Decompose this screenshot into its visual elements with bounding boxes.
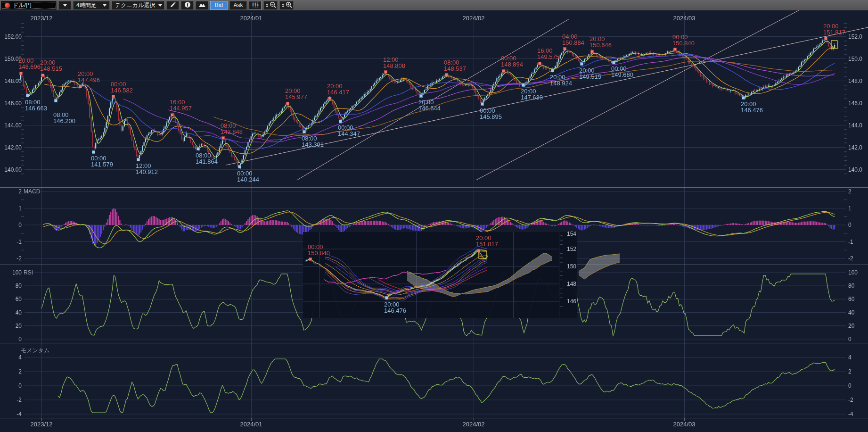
currency-pair-selector[interactable]: ドル/円 [1, 1, 57, 10]
technical-label: テクニカル選択 [115, 1, 155, 9]
draw-tool-button[interactable] [166, 1, 179, 10]
pair-dropdown-button[interactable] [58, 1, 71, 10]
chart-canvas[interactable] [0, 0, 868, 432]
candlestick-type-button[interactable] [249, 1, 262, 10]
technical-selector[interactable]: テクニカル選択 [112, 1, 164, 10]
fx-chart-app: ドル/円 4時間足 テクニカル選択 Bid Ask ↕ ↕ [0, 0, 868, 432]
chevron-down-icon [63, 4, 67, 7]
chart-style-button[interactable] [196, 1, 208, 10]
pencil-icon [170, 1, 176, 9]
zoom-in-button[interactable]: ↕ [279, 1, 294, 10]
zoom-out-button[interactable]: ↕ [263, 1, 278, 10]
currency-pair-label: ドル/円 [13, 1, 32, 9]
bid-button[interactable]: Bid [210, 1, 228, 10]
chevron-down-icon [103, 4, 106, 7]
candlestick-icon [252, 1, 259, 9]
zoom-in-icon [286, 1, 292, 9]
zoom-out-icon [270, 1, 276, 9]
updown-arrow-icon: ↕ [265, 3, 269, 8]
chevron-down-icon [158, 4, 162, 7]
info-button[interactable] [181, 1, 194, 10]
timeframe-selector[interactable]: 4時間足 [73, 1, 110, 10]
info-icon [184, 1, 191, 9]
updown-arrow-icon: ↕ [281, 3, 285, 8]
timeframe-label: 4時間足 [76, 1, 97, 9]
toolbar: ドル/円 4時間足 テクニカル選択 Bid Ask ↕ ↕ [0, 0, 868, 10]
mountain-icon [198, 2, 206, 9]
record-dot-icon [4, 2, 10, 8]
ask-button[interactable]: Ask [229, 1, 247, 10]
